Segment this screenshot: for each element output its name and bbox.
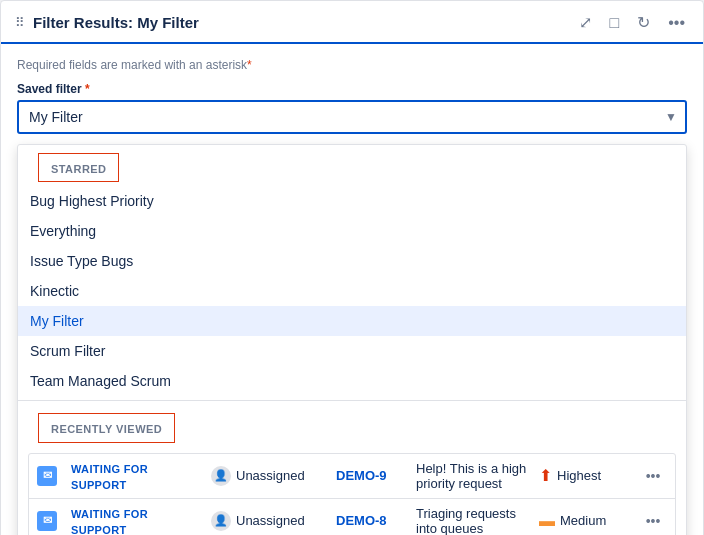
- issue-icon-col: ✉: [37, 511, 61, 531]
- priority-icon: ⬆: [539, 466, 552, 485]
- issue-key[interactable]: DEMO-8: [336, 513, 406, 528]
- issue-summary: Help! This is a high priority request: [416, 461, 529, 491]
- saved-filter-dropdown-wrapper: My Filter ▼: [17, 100, 687, 134]
- filter-option-bug-highest[interactable]: Bug Highest Priority: [18, 186, 686, 216]
- window-body: Required fields are marked with an aster…: [1, 44, 703, 535]
- drag-icon: ⠿: [15, 15, 25, 30]
- window-header: ⠿ Filter Results: My Filter ⤢ □ ↻ •••: [1, 1, 703, 44]
- filter-option-my-filter[interactable]: My Filter: [18, 306, 686, 336]
- issue-type-icon: ✉: [37, 466, 57, 486]
- issue-key[interactable]: DEMO-9: [336, 468, 406, 483]
- table-row: ✉ WAITING FOR SUPPORT 👤 Unassigned DEMO-…: [29, 454, 675, 499]
- pin-icon[interactable]: ⤢: [575, 11, 596, 34]
- status-badge: WAITING FOR SUPPORT: [71, 463, 148, 491]
- avatar: 👤: [211, 511, 231, 531]
- assignee-name: Unassigned: [236, 513, 305, 528]
- priority-label: Medium: [560, 513, 606, 528]
- issue-icon-col: ✉: [37, 466, 61, 486]
- issue-type-icon: ✉: [37, 511, 57, 531]
- header-left: ⠿ Filter Results: My Filter: [15, 14, 199, 31]
- issue-summary: Triaging requests into queues: [416, 506, 529, 535]
- filter-option-everything[interactable]: Everything: [18, 216, 686, 246]
- recently-viewed-section-label: RECENTLY VIEWED: [38, 413, 175, 442]
- priority-icon: ▬: [539, 512, 555, 530]
- filter-option-issue-type-bugs[interactable]: Issue Type Bugs: [18, 246, 686, 276]
- more-options-icon[interactable]: •••: [664, 12, 689, 34]
- expand-icon[interactable]: □: [606, 12, 624, 34]
- priority-col: ⬆ Highest: [539, 466, 629, 485]
- row-actions-button[interactable]: •••: [639, 513, 667, 529]
- filter-option-scrum-filter[interactable]: Scrum Filter: [18, 336, 686, 366]
- assignee-name: Unassigned: [236, 468, 305, 483]
- filter-option-team-managed-scrum[interactable]: Team Managed Scrum: [18, 366, 686, 396]
- filter-dropdown-menu: STARRED Bug Highest Priority Everything …: [17, 144, 687, 535]
- required-note: Required fields are marked with an aster…: [17, 58, 687, 72]
- dropdown-divider: [18, 400, 686, 401]
- saved-filter-field: Saved filter * My Filter ▼: [17, 82, 687, 134]
- assignee-col: 👤 Unassigned: [211, 511, 326, 531]
- saved-filter-label: Saved filter *: [17, 82, 687, 96]
- results-table: ✉ WAITING FOR SUPPORT 👤 Unassigned DEMO-…: [28, 453, 676, 535]
- window-title: Filter Results: My Filter: [33, 14, 199, 31]
- status-col: WAITING FOR SUPPORT: [71, 460, 201, 492]
- row-actions-button[interactable]: •••: [639, 468, 667, 484]
- filter-option-kinectic[interactable]: Kinectic: [18, 276, 686, 306]
- avatar: 👤: [211, 466, 231, 486]
- status-badge: WAITING FOR SUPPORT: [71, 508, 148, 535]
- priority-label: Highest: [557, 468, 601, 483]
- priority-col: ▬ Medium: [539, 512, 629, 530]
- header-right: ⤢ □ ↻ •••: [575, 11, 689, 34]
- saved-filter-dropdown[interactable]: My Filter: [17, 100, 687, 134]
- refresh-header-icon[interactable]: ↻: [633, 11, 654, 34]
- main-window: ⠿ Filter Results: My Filter ⤢ □ ↻ ••• Re…: [0, 0, 704, 535]
- assignee-col: 👤 Unassigned: [211, 466, 326, 486]
- status-col: WAITING FOR SUPPORT: [71, 505, 201, 535]
- starred-section-label: STARRED: [38, 153, 119, 182]
- table-row: ✉ WAITING FOR SUPPORT 👤 Unassigned DEMO-…: [29, 499, 675, 535]
